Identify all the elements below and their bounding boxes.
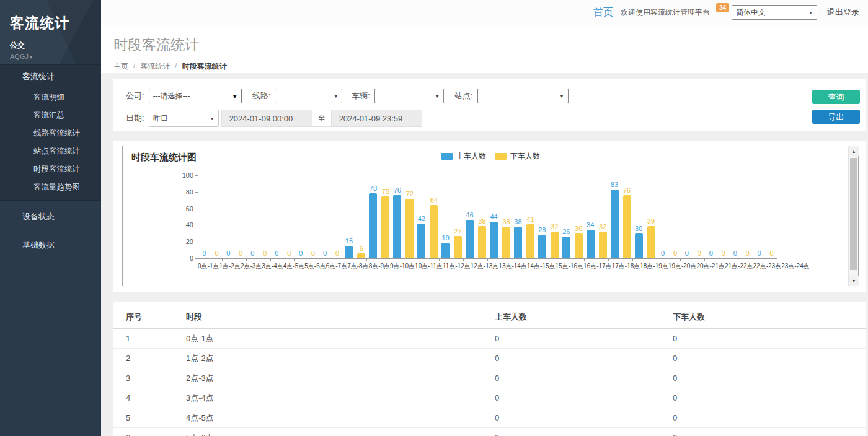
vehicle-label: 车辆: — [352, 90, 370, 102]
x-axis-label-18: 18点-19点 — [640, 262, 668, 271]
x-tick-mark — [512, 258, 512, 261]
x-axis-label-5: 5点-6点 — [304, 262, 326, 271]
sidebar-item-1[interactable]: 设备状态 — [0, 204, 101, 229]
bar-boarding — [417, 224, 425, 258]
sidebar-subitem-0-2[interactable]: 线路客流统计 — [0, 124, 101, 142]
bar-value-label: 15 — [345, 237, 353, 245]
x-tick-mark — [294, 258, 295, 261]
x-axis-label-21: 21点-22点 — [725, 262, 753, 271]
bar-value-label: 0 — [770, 250, 774, 257]
table-cell-2-1: 2点-3点 — [186, 368, 495, 388]
scroll-up-icon[interactable]: ▲ — [849, 146, 859, 156]
bar-column: 32 — [551, 223, 559, 258]
main-content: 首页 欢迎使用客流统计管理平台 34 简体中文 ▼ 退出登录 时段客流统计 主页… — [101, 0, 868, 436]
bar-alighting — [430, 205, 438, 258]
bar-value-label: 0 — [250, 250, 254, 257]
bar-boarding — [441, 243, 450, 258]
logout-link[interactable]: 退出登录 — [827, 7, 859, 18]
bar-group-13: 3841 — [512, 176, 536, 258]
bar-value-label: 0 — [323, 250, 327, 257]
table-cell-4-2: 0 — [495, 408, 673, 428]
bar-value-label: 0 — [299, 250, 303, 257]
legend-item-boarding[interactable]: 上车人数 — [441, 151, 486, 162]
bar-boarding — [538, 235, 546, 258]
sidebar-section-1: 设备状态 — [0, 204, 101, 229]
table-cell-5-1: 5点-6点 — [186, 428, 495, 436]
bar-value-label: 0 — [733, 250, 737, 257]
sidebar-subitem-0-1[interactable]: 客流汇总 — [0, 107, 101, 124]
sidebar-subitem-0-5[interactable]: 客流量趋势图 — [0, 178, 101, 200]
table-cell-1-3: 0 — [673, 349, 866, 368]
table-cell-5-3: 0 — [673, 428, 866, 436]
bar-value-label: 46 — [466, 211, 473, 219]
bar-column: 83 — [611, 181, 619, 258]
table-row: 21点-2点00 — [113, 349, 866, 368]
export-button[interactable]: 导出 — [812, 110, 860, 124]
breadcrumb-link-1[interactable]: 客流统计 — [140, 61, 170, 72]
table-row: 54点-5点00 — [113, 408, 866, 428]
x-axis-label-16: 16点-17点 — [583, 262, 612, 271]
x-tick-mark — [608, 258, 609, 261]
bar-value-label: 38 — [502, 218, 510, 225]
bar-column: 15 — [345, 237, 353, 258]
org-code-dropdown[interactable]: AQGJ▾ — [10, 53, 91, 60]
data-table: 序号时段上车人数下车人数 10点-1点0021点-2点0032点-3点0043点… — [113, 306, 866, 436]
chart-scrollbar[interactable]: ▲ ▼ — [848, 146, 858, 286]
bar-column: 0 — [731, 250, 739, 258]
bar-value-label: 0 — [311, 250, 315, 257]
table-col-header-2: 上车人数 — [495, 306, 673, 329]
sidebar-item-0[interactable]: 客流统计 — [0, 65, 101, 89]
sidebar-item-2[interactable]: 基础数据 — [0, 233, 101, 258]
sidebar-subitem-0-4[interactable]: 时段客流统计 — [0, 160, 101, 178]
sidebar-subitem-0-0[interactable]: 客流明细 — [0, 89, 101, 107]
bar-boarding — [562, 237, 570, 258]
company-select[interactable]: ---请选择--- — [149, 89, 242, 103]
vehicle-select[interactable] — [374, 89, 444, 103]
breadcrumb-link-0[interactable]: 主页 — [113, 61, 128, 72]
bar-value-label: 0 — [722, 250, 725, 257]
x-axis-label-13: 13点-14点 — [498, 262, 527, 271]
bar-column: 0 — [695, 250, 703, 258]
scrollbar-thumb[interactable] — [850, 158, 857, 270]
bar-column: 39 — [647, 217, 655, 258]
station-select[interactable] — [477, 89, 569, 103]
bar-column: 75 — [381, 188, 389, 259]
bar-alighting — [357, 253, 365, 258]
y-tick-label: 0 — [190, 255, 193, 262]
date-preset-wrap: 昨日 ▼ — [149, 110, 219, 127]
bar-column: 19 — [441, 234, 450, 258]
table-cell-5-2: 0 — [495, 428, 673, 436]
app-title: 客流统计 — [10, 14, 91, 33]
date-preset-select[interactable]: 昨日 — [149, 110, 219, 127]
bar-value-label: 0 — [661, 250, 665, 257]
x-tick-mark — [560, 258, 560, 261]
table-col-header-3: 下车人数 — [673, 306, 866, 329]
date-from-input[interactable] — [221, 110, 312, 127]
chart-plot: 0204060801000000000000001567875767242641… — [198, 176, 777, 259]
legend-swatch-blue — [441, 153, 453, 160]
bar-alighting — [454, 236, 462, 258]
bar-group-2: 00 — [247, 176, 271, 258]
bar-boarding — [611, 190, 619, 258]
legend-item-alighting[interactable]: 下车人数 — [495, 151, 540, 162]
sidebar-subitem-0-3[interactable]: 站点客流统计 — [0, 142, 101, 160]
bar-value-label: 39 — [478, 217, 485, 225]
station-select-wrap: ▼ — [477, 89, 569, 103]
search-button[interactable]: 查询 — [812, 90, 860, 104]
table-cell-4-1: 4点-5点 — [186, 408, 495, 428]
date-to-input[interactable] — [331, 110, 422, 127]
bar-value-label: 44 — [490, 213, 497, 220]
x-tick-mark — [728, 258, 729, 261]
home-link[interactable]: 首页 — [593, 6, 613, 19]
legend-swatch-yellow — [495, 153, 507, 160]
table-col-header-1: 时段 — [186, 306, 495, 329]
bar-column: 0 — [261, 250, 269, 258]
bar-value-label: 78 — [370, 185, 377, 192]
line-select[interactable] — [275, 89, 342, 103]
scroll-down-icon[interactable]: ▼ — [849, 276, 859, 286]
table-cell-0-3: 0 — [673, 329, 866, 349]
table-cell-3-1: 3点-4点 — [186, 388, 495, 408]
bar-alighting — [502, 227, 510, 258]
bar-value-label: 32 — [599, 223, 606, 230]
language-select[interactable]: 简体中文 — [732, 5, 817, 20]
